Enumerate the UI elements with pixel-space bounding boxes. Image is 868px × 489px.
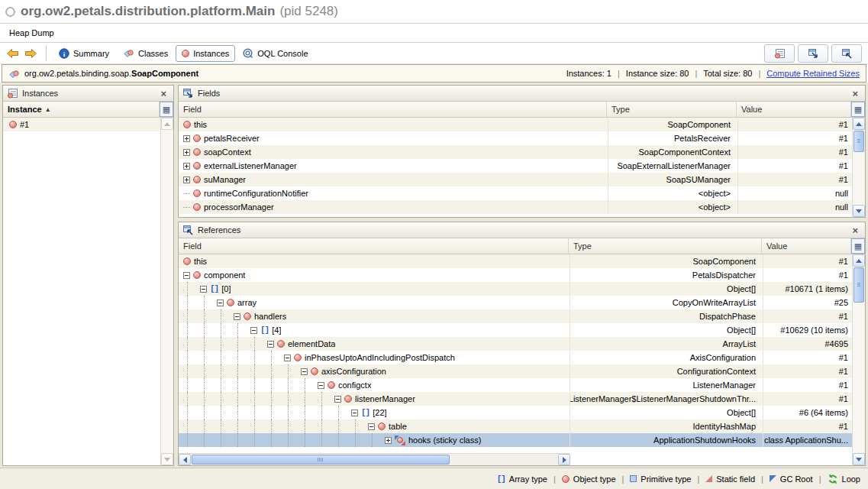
scrollbar-thumb[interactable] xyxy=(853,267,864,303)
instances-vertical-scrollbar[interactable] xyxy=(160,118,173,465)
toolbar-button-oql-console[interactable]: OQL Console xyxy=(237,45,314,62)
expand-icon[interactable] xyxy=(183,163,190,170)
instance-row[interactable]: #1 xyxy=(3,118,160,131)
scroll-up-icon[interactable] xyxy=(853,118,865,130)
collapse-icon[interactable] xyxy=(351,410,358,416)
tree-guide xyxy=(221,309,234,323)
tree-guide xyxy=(237,364,250,378)
collapse-icon[interactable] xyxy=(183,272,190,279)
field-name: [4] xyxy=(272,325,281,335)
fields-view-button[interactable] xyxy=(798,44,828,63)
collapse-icon[interactable] xyxy=(267,341,274,348)
tree-table-row[interactable]: [][0]Object[]#10671 (1 items) xyxy=(179,282,852,296)
breadcrumb-stat: Total size: 80 xyxy=(703,69,752,78)
tree-table-row[interactable]: processorManager<object>null xyxy=(179,200,852,214)
column-field[interactable]: Field xyxy=(179,102,607,117)
tree-table-row[interactable]: handlersDispatchPhase#1 xyxy=(179,309,852,323)
scroll-up-icon[interactable] xyxy=(853,254,865,267)
column-instance[interactable]: Instance ▲ xyxy=(3,102,160,117)
references-horizontal-scrollbar[interactable] xyxy=(179,453,570,465)
scrollbar-thumb[interactable] xyxy=(192,455,450,465)
back-button[interactable] xyxy=(3,45,21,62)
tree-table-row[interactable]: [][22]Object[]#6 (64 items) xyxy=(179,406,852,419)
tree-table-row[interactable]: elementDataArrayList#4695 xyxy=(179,337,852,351)
scroll-down-icon[interactable] xyxy=(161,453,173,465)
collapse-icon[interactable] xyxy=(301,368,308,375)
column-field[interactable]: Field xyxy=(179,238,569,254)
tree-table-row[interactable]: thisSoapComponent#1 xyxy=(179,118,852,131)
tree-table-row[interactable]: hooks (sticky class)ApplicationShutdownH… xyxy=(179,433,852,447)
value-cell: #1 xyxy=(763,364,852,378)
scroll-down-icon[interactable] xyxy=(853,205,865,217)
tree-guide xyxy=(288,419,301,433)
collapse-icon[interactable] xyxy=(334,396,341,403)
tree-table-row[interactable]: thisSoapComponent#1 xyxy=(179,254,852,268)
expand-icon[interactable] xyxy=(183,135,190,142)
references-vertical-scrollbar[interactable] xyxy=(852,254,865,465)
tree-table-row[interactable]: runtimeConfigurationNotifier<object>null xyxy=(179,186,852,200)
compute-retained-sizes-link[interactable]: Compute Retained Sizes xyxy=(766,69,860,78)
tree-guide xyxy=(204,392,217,406)
collapse-icon[interactable] xyxy=(234,313,240,320)
toolbar-button-instances[interactable]: Instances xyxy=(176,45,235,62)
references-view-button[interactable] xyxy=(831,44,862,63)
tree-guide xyxy=(221,433,234,447)
table-options-button[interactable]: ▦ xyxy=(851,238,865,254)
close-icon[interactable]: × xyxy=(157,89,169,99)
legend-separator: | xyxy=(761,474,763,484)
tree-table-row[interactable]: soapContextSoapComponentContext#1 xyxy=(179,145,852,159)
toolbar-button-classes[interactable]: Classes xyxy=(117,45,174,62)
tree-table-row[interactable]: [][4]Object[]#10629 (10 items) xyxy=(179,323,852,337)
close-icon[interactable]: × xyxy=(849,225,861,235)
collapse-icon[interactable] xyxy=(368,423,375,430)
fields-vertical-scrollbar[interactable] xyxy=(852,118,865,217)
tree-table-row[interactable]: listenerManagerListenerManager$ListenerM… xyxy=(179,392,852,406)
collapse-icon[interactable] xyxy=(200,286,207,293)
column-value[interactable]: Value xyxy=(762,238,851,254)
collapse-icon[interactable] xyxy=(217,300,224,306)
tree-guide xyxy=(288,378,301,392)
instances-list-icon xyxy=(7,88,18,99)
tree-table-row[interactable]: petalsReceiverPetalsReceiver#1 xyxy=(179,131,852,145)
field-name: suManager xyxy=(204,175,246,184)
type-cell: IdentityHashMap xyxy=(570,419,763,433)
column-type[interactable]: Type xyxy=(569,238,762,254)
collapse-icon[interactable] xyxy=(318,382,324,389)
expand-icon[interactable] xyxy=(183,176,190,183)
value-cell: #1 xyxy=(763,351,852,364)
scroll-up-icon[interactable] xyxy=(161,118,173,130)
close-icon[interactable]: × xyxy=(849,89,861,99)
table-options-button[interactable]: ▦ xyxy=(851,102,865,117)
scroll-down-icon[interactable] xyxy=(853,453,865,465)
expand-icon[interactable] xyxy=(183,149,190,156)
tree-guide xyxy=(372,433,385,447)
instances-view-button[interactable] xyxy=(764,44,795,63)
tree-table-row[interactable]: externalListenerManagerSoapExternalListe… xyxy=(179,159,852,173)
type-cell: ListenerManager$ListenerManagerShutdownT… xyxy=(570,392,763,406)
tree-table-row[interactable]: componentPetalsDispatcher#1 xyxy=(179,268,852,282)
table-options-button[interactable]: ▦ xyxy=(160,102,173,117)
expand-icon[interactable] xyxy=(385,437,392,444)
toolbar-button-summary[interactable]: iSummary xyxy=(53,45,115,62)
column-type[interactable]: Type xyxy=(607,102,737,117)
array-icon: [] xyxy=(361,409,369,416)
value-cell: #1 xyxy=(737,131,852,145)
forward-button[interactable] xyxy=(21,45,40,62)
tab-heap-dump[interactable]: Heap Dump xyxy=(9,28,54,37)
scroll-right-icon[interactable] xyxy=(558,454,570,465)
tree-table-row[interactable]: suManagerSoapSUManager#1 xyxy=(179,173,852,186)
scrollbar-thumb[interactable] xyxy=(853,131,864,152)
collapse-icon[interactable] xyxy=(250,327,257,334)
tree-table-row[interactable]: arrayCopyOnWriteArrayList#25 xyxy=(179,296,852,309)
collapse-icon[interactable] xyxy=(284,355,291,361)
tree-table-row[interactable]: axisConfigurationConfigurationContext#1 xyxy=(179,364,852,378)
tree-guide xyxy=(305,419,318,433)
fields-panel-header: Fields × xyxy=(179,86,865,102)
tree-table-row[interactable]: tableIdentityHashMap#1 xyxy=(179,419,852,433)
tree-guide xyxy=(254,351,267,364)
value-cell: #1 xyxy=(763,309,852,323)
tree-table-row[interactable]: configctxListenerManager#1 xyxy=(179,378,852,392)
scroll-left-icon[interactable] xyxy=(179,454,191,465)
tree-table-row[interactable]: inPhasesUptoAndIncludingPostDispatchAxis… xyxy=(179,351,852,364)
column-value[interactable]: Value xyxy=(737,102,851,117)
